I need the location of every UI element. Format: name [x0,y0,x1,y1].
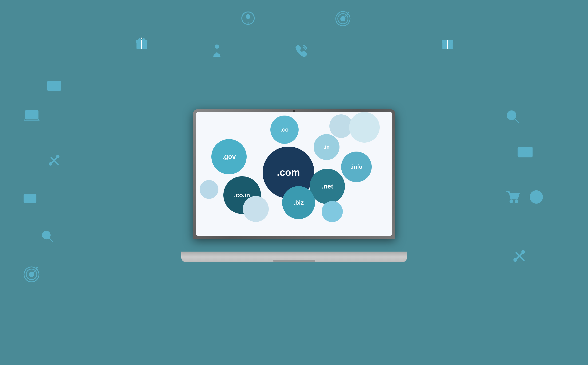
clock-right-icon [529,190,543,204]
email-left2-icon [23,193,36,204]
laptop: .com.gov.co.in.info.net.biz.co.in [188,109,400,262]
cart-right-icon [506,190,520,204]
bubble-light5 [322,201,343,222]
bubble-light3 [200,180,219,199]
svg-point-25 [56,155,59,158]
laptop-icon [23,109,40,122]
search-right-icon [506,109,520,124]
svg-rect-19 [25,111,38,119]
laptop-screen: .com.gov.co.in.info.net.biz.co.in [196,112,392,236]
svg-line-35 [514,119,519,123]
phone-icon [294,44,308,58]
bubble-info: .info [341,152,372,182]
svg-point-38 [515,200,518,203]
bubble-biz: .biz [282,186,315,219]
bubble-net: .net [310,169,345,204]
svg-point-24 [49,162,52,166]
svg-point-34 [507,111,516,119]
camera-dot [293,110,295,112]
svg-point-13 [215,44,219,49]
tools-right-icon [512,248,527,264]
bubbles-container: .com.gov.co.in.info.net.biz.co.in [196,112,392,236]
svg-point-44 [521,250,525,254]
person-icon [212,44,222,58]
svg-line-26 [51,157,58,164]
svg-point-43 [513,258,517,262]
bubble-light4 [243,196,269,222]
svg-point-28 [42,231,50,239]
email-icon [47,80,61,91]
email-right-icon [518,146,533,158]
pin-icon [241,11,255,25]
gift-right-icon [441,36,454,49]
svg-line-29 [49,238,53,242]
bubble-co: .co [270,116,299,144]
gift-icon: ★ [135,36,148,49]
svg-line-45 [516,253,524,260]
svg-text:★: ★ [141,37,143,40]
svg-rect-15 [215,54,219,55]
target-icon [335,11,350,26]
bubble-in: .in [314,134,340,160]
svg-point-37 [510,200,513,203]
bubble-gov: .gov [211,139,247,174]
laptop-base [181,252,407,262]
bubble-light2 [349,112,380,143]
target-left-icon [23,267,40,282]
search-left-icon [41,230,54,243]
tools-icon [47,153,61,167]
laptop-screen-outer: .com.gov.co.in.info.net.biz.co.in [193,109,395,239]
